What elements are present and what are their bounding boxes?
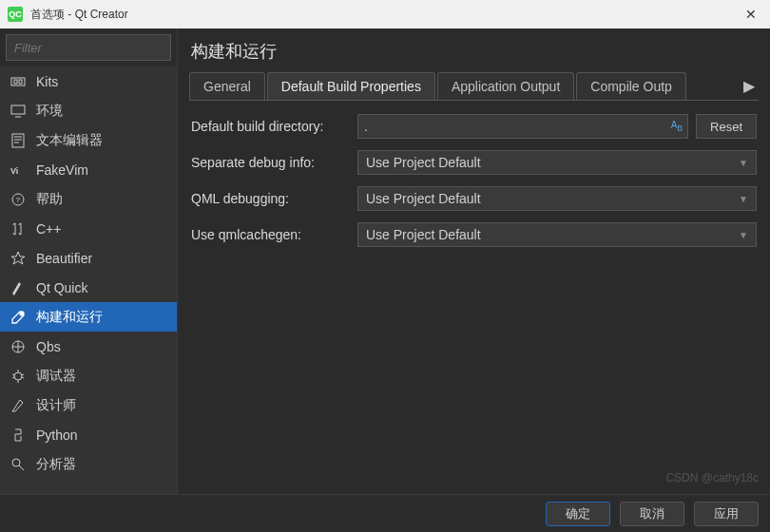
kits-icon bbox=[10, 73, 27, 90]
sidebar-item-debugger[interactable]: 调试器 bbox=[0, 361, 177, 390]
sidebar-item-label: 环境 bbox=[36, 103, 63, 120]
row-qmlcache: Use qmlcachegen: Use Project Default ▼ bbox=[191, 222, 757, 247]
select-sep-debug-value: Use Project Default bbox=[366, 155, 481, 170]
ok-button[interactable]: 确定 bbox=[546, 502, 610, 526]
sidebar-item-designer[interactable]: 设计师 bbox=[0, 390, 177, 420]
form-area: Default build directory: AB Reset Separa… bbox=[189, 101, 759, 272]
analyzer-icon bbox=[10, 456, 27, 473]
svg-rect-2 bbox=[19, 80, 22, 84]
tab-default-build-properties[interactable]: Default Build Properties bbox=[267, 72, 435, 100]
svg-text:Vi: Vi bbox=[10, 166, 18, 176]
sidebar-item-label: 构建和运行 bbox=[36, 309, 103, 326]
close-icon[interactable]: ✕ bbox=[740, 7, 762, 22]
footer: 确定 取消 应用 bbox=[0, 494, 770, 532]
sidebar-list: Kits环境文本编辑器ViFakeVim?帮助C++BeautifierQt Q… bbox=[0, 66, 177, 494]
filter-input[interactable] bbox=[7, 35, 170, 60]
label-qmlcache: Use qmlcachegen: bbox=[191, 227, 357, 242]
qtquick-icon bbox=[10, 279, 27, 296]
sidebar-item-label: 设计师 bbox=[36, 397, 76, 414]
svg-text:?: ? bbox=[16, 196, 21, 204]
sidebar-item-label: Qt Quick bbox=[36, 280, 87, 295]
filter-box bbox=[6, 34, 171, 61]
label-sep-debug: Separate debug info: bbox=[191, 155, 357, 170]
sidebar-item-python[interactable]: Python bbox=[0, 420, 177, 449]
tab-application-output[interactable]: Application Output bbox=[437, 72, 574, 100]
text-editor-icon bbox=[10, 132, 27, 149]
monitor-icon bbox=[10, 103, 27, 120]
select-sep-debug[interactable]: Use Project Default ▼ bbox=[357, 150, 757, 175]
cpp-icon bbox=[10, 220, 27, 238]
help-icon: ? bbox=[10, 191, 27, 208]
sidebar-item-monitor[interactable]: 环境 bbox=[0, 96, 177, 125]
sidebar-item-build[interactable]: 构建和运行 bbox=[0, 302, 177, 332]
python-icon bbox=[10, 427, 27, 444]
chevron-down-icon: ▼ bbox=[739, 194, 748, 204]
sidebar: Kits环境文本编辑器ViFakeVim?帮助C++BeautifierQt Q… bbox=[0, 28, 178, 494]
apply-button[interactable]: 应用 bbox=[694, 502, 759, 526]
main-panel: 构建和运行 General Default Build Properties A… bbox=[178, 28, 770, 494]
label-qml-debug: QML debugging: bbox=[191, 191, 357, 206]
sidebar-item-text-editor[interactable]: 文本编辑器 bbox=[0, 125, 177, 155]
panel-title: 构建和运行 bbox=[191, 40, 759, 63]
svg-rect-5 bbox=[12, 134, 24, 147]
titlebar: QC 首选项 - Qt Creator ✕ bbox=[0, 0, 770, 28]
select-qml-debug[interactable]: Use Project Default ▼ bbox=[357, 186, 757, 211]
svg-rect-3 bbox=[11, 105, 25, 114]
sidebar-item-analyzer[interactable]: 分析器 bbox=[0, 449, 177, 479]
tabbar: General Default Build Properties Applica… bbox=[189, 72, 759, 101]
select-qml-debug-value: Use Project Default bbox=[366, 191, 481, 206]
debugger-icon bbox=[10, 368, 27, 385]
svg-point-23 bbox=[12, 459, 20, 466]
sidebar-item-qtquick[interactable]: Qt Quick bbox=[0, 273, 177, 302]
sidebar-item-label: 调试器 bbox=[36, 368, 76, 385]
sidebar-item-label: Beautifier bbox=[36, 251, 92, 266]
designer-icon bbox=[10, 397, 27, 414]
sidebar-item-label: FakeVim bbox=[36, 162, 88, 178]
sidebar-item-label: 分析器 bbox=[36, 456, 76, 473]
select-qmlcache[interactable]: Use Project Default ▼ bbox=[357, 222, 757, 247]
svg-line-22 bbox=[22, 377, 24, 378]
svg-point-12 bbox=[20, 312, 24, 315]
svg-line-20 bbox=[22, 374, 24, 375]
sidebar-item-label: C++ bbox=[36, 221, 61, 237]
fakevim-icon: Vi bbox=[10, 162, 27, 179]
sidebar-item-beautifier[interactable]: Beautifier bbox=[0, 243, 177, 273]
svg-line-19 bbox=[12, 374, 14, 375]
sidebar-item-label: 帮助 bbox=[36, 191, 63, 208]
svg-line-24 bbox=[19, 466, 24, 470]
select-qmlcache-value: Use Project Default bbox=[366, 227, 481, 242]
row-qml-debug: QML debugging: Use Project Default ▼ bbox=[191, 186, 757, 211]
label-build-dir: Default build directory: bbox=[191, 119, 357, 134]
beautifier-icon bbox=[10, 250, 27, 267]
sidebar-item-label: Python bbox=[36, 428, 78, 443]
tab-general[interactable]: General bbox=[189, 72, 265, 100]
qtcreator-logo-icon: QC bbox=[8, 7, 23, 22]
row-sep-debug: Separate debug info: Use Project Default… bbox=[191, 150, 757, 175]
svg-rect-1 bbox=[14, 80, 17, 84]
svg-rect-0 bbox=[11, 78, 25, 86]
build-icon bbox=[10, 309, 27, 326]
sidebar-item-help[interactable]: ?帮助 bbox=[0, 184, 177, 214]
row-build-dir: Default build directory: AB Reset bbox=[191, 114, 757, 139]
sidebar-item-cpp[interactable]: C++ bbox=[0, 214, 177, 243]
sidebar-item-label: 文本编辑器 bbox=[36, 132, 103, 149]
window-title: 首选项 - Qt Creator bbox=[30, 7, 740, 23]
svg-point-16 bbox=[14, 372, 22, 380]
chevron-down-icon: ▼ bbox=[739, 158, 748, 168]
qbs-icon bbox=[10, 338, 27, 355]
tab-scroll-right-icon[interactable]: ▶ bbox=[740, 72, 759, 100]
sidebar-item-kits[interactable]: Kits bbox=[0, 66, 177, 96]
sidebar-item-fakevim[interactable]: ViFakeVim bbox=[0, 155, 177, 184]
sidebar-item-label: Kits bbox=[36, 74, 58, 89]
input-build-dir[interactable] bbox=[357, 114, 688, 139]
reset-button[interactable]: Reset bbox=[696, 114, 757, 139]
cancel-button[interactable]: 取消 bbox=[620, 502, 684, 526]
sidebar-item-qbs[interactable]: Qbs bbox=[0, 332, 177, 361]
tab-compile-output[interactable]: Compile Outp bbox=[576, 72, 686, 100]
chevron-down-icon: ▼ bbox=[739, 230, 748, 240]
svg-line-21 bbox=[12, 377, 14, 378]
sidebar-item-label: Qbs bbox=[36, 339, 61, 354]
